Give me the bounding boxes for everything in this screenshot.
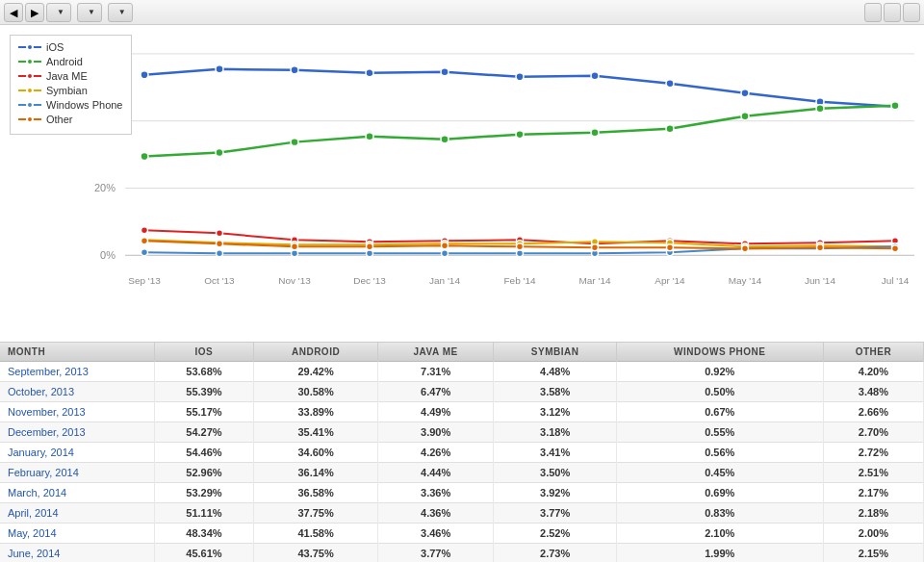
table-cell-month: September, 2013 [0, 362, 154, 382]
legend-item-android: Android [18, 56, 123, 67]
table-cell-value: 0.50% [616, 382, 823, 402]
table-cell-value: 54.27% [154, 422, 254, 443]
table-row: February, 201452.96%36.14%4.44%3.50%0.45… [0, 463, 924, 483]
table-cell-value: 36.14% [254, 463, 377, 483]
svg-text:Oct '13: Oct '13 [204, 275, 235, 286]
svg-point-76 [292, 243, 298, 250]
table-cell-value: 52.96% [154, 463, 254, 483]
table-cell-month: June, 2014 [0, 544, 154, 563]
table-cell-value: 2.66% [823, 402, 923, 422]
table-cell-month: October, 2013 [0, 382, 154, 402]
table-cell-month: December, 2013 [0, 422, 154, 443]
svg-point-81 [667, 244, 674, 251]
columns-button[interactable] [884, 3, 901, 22]
table-row: March, 201453.29%36.58%3.36%3.92%0.69%2.… [0, 483, 924, 503]
col-symbian: SYMBIAN [494, 343, 616, 362]
svg-point-42 [217, 230, 223, 237]
table-row: September, 201353.68%29.42%7.31%4.48%0.9… [0, 362, 924, 382]
embed-button[interactable] [864, 3, 882, 22]
table-cell-value: 3.41% [494, 443, 616, 463]
table-cell-value: 3.36% [377, 483, 494, 503]
table-row: October, 201355.39%30.58%6.47%3.58%0.50%… [0, 382, 924, 402]
svg-point-78 [442, 243, 449, 249]
table-cell-value: 41.58% [254, 524, 377, 544]
col-other: OTHER [823, 343, 923, 362]
svg-point-64 [217, 250, 223, 257]
svg-text:Jun '14: Jun '14 [805, 275, 835, 286]
table-cell-value: 4.44% [377, 463, 494, 483]
svg-point-63 [141, 249, 148, 256]
table-cell-value: 35.41% [254, 422, 377, 443]
table-cell-value: 33.89% [254, 402, 377, 422]
table-cell-value: 4.26% [377, 443, 494, 463]
table-cell-value: 55.17% [154, 402, 254, 422]
svg-point-66 [367, 250, 373, 257]
svg-point-74 [141, 238, 148, 244]
svg-point-34 [441, 136, 449, 143]
table-cell-value: 55.39% [154, 382, 254, 402]
col-android: ANDROID [254, 343, 377, 362]
nav-next-button[interactable]: ▶ [25, 3, 44, 22]
table-row: June, 201445.61%43.75%3.77%2.73%1.99%2.1… [0, 544, 924, 563]
table-cell-value: 0.69% [616, 483, 823, 503]
svg-point-27 [741, 89, 749, 97]
table-cell-value: 37.75% [254, 503, 377, 524]
table-cell-value: 45.61% [154, 544, 254, 563]
svg-point-65 [292, 250, 298, 257]
svg-point-39 [816, 105, 824, 113]
svg-point-82 [742, 245, 749, 252]
svg-point-32 [291, 139, 298, 146]
svg-point-24 [516, 73, 524, 81]
display-dropdown[interactable]: ▼ [108, 3, 133, 22]
table-row: April, 201451.11%37.75%4.36%3.77%0.83%2.… [0, 503, 924, 524]
table-cell-value: 3.77% [494, 503, 616, 524]
svg-point-23 [441, 68, 449, 76]
col-javame: JAVA ME [377, 343, 494, 362]
svg-point-38 [741, 113, 749, 120]
table-cell-value: 48.34% [154, 524, 254, 544]
table-row: May, 201448.34%41.58%3.46%2.52%2.10%2.00… [0, 524, 924, 544]
svg-point-68 [517, 250, 524, 257]
svg-point-37 [666, 125, 674, 133]
table-cell-value: 3.50% [494, 463, 616, 483]
col-windowsphone: WINDOWS PHONE [616, 343, 823, 362]
svg-text:Dec '13: Dec '13 [353, 275, 386, 286]
legend-item-label: Windows Phone [46, 99, 123, 111]
table-cell-month: March, 2014 [0, 483, 154, 503]
chart-legend: iOS Android Java ME Symbian Windows Phon… [10, 35, 132, 135]
table-cell-value: 0.92% [616, 362, 823, 382]
table-cell-month: May, 2014 [0, 524, 154, 544]
svg-point-22 [366, 69, 373, 77]
table-cell-value: 3.90% [377, 422, 494, 443]
table-cell-value: 30.58% [254, 382, 377, 402]
svg-text:Apr '14: Apr '14 [654, 275, 685, 286]
help-button[interactable] [903, 3, 920, 22]
table-cell-value: 3.92% [494, 483, 616, 503]
table-row: November, 201355.17%33.89%4.49%3.12%0.67… [0, 402, 924, 422]
table-cell-value: 2.73% [494, 544, 616, 563]
svg-text:Sep '13: Sep '13 [128, 275, 161, 286]
table-cell-month: April, 2014 [0, 503, 154, 524]
export-dropdown[interactable]: ▼ [77, 3, 102, 22]
nav-prev-button[interactable]: ◀ [4, 3, 23, 22]
table-cell-value: 54.46% [154, 443, 254, 463]
table-cell-value: 2.17% [823, 483, 923, 503]
main-chart: 60% 40% 20% 0% Sep '13 Oct '13 Nov '13 D… [0, 25, 924, 342]
timeframe-arrow-icon: ▼ [57, 8, 64, 16]
legend-item-label: Android [46, 56, 83, 67]
timeframe-dropdown[interactable]: ▼ [46, 3, 71, 22]
table-cell-value: 1.99% [616, 544, 823, 563]
svg-point-26 [666, 80, 674, 88]
svg-text:Mar '14: Mar '14 [579, 275, 611, 286]
table-cell-value: 6.47% [377, 382, 494, 402]
table-body: September, 201353.68%29.42%7.31%4.48%0.9… [0, 362, 924, 563]
svg-point-25 [591, 72, 599, 80]
table-cell-value: 2.00% [823, 524, 923, 544]
svg-point-67 [442, 250, 449, 257]
table-cell-value: 36.58% [254, 483, 377, 503]
table-cell-value: 0.56% [616, 443, 823, 463]
svg-point-83 [817, 244, 824, 251]
legend-item-label: Symbian [46, 85, 88, 96]
table-cell-month: February, 2014 [0, 463, 154, 483]
col-ios: IOS [154, 343, 254, 362]
